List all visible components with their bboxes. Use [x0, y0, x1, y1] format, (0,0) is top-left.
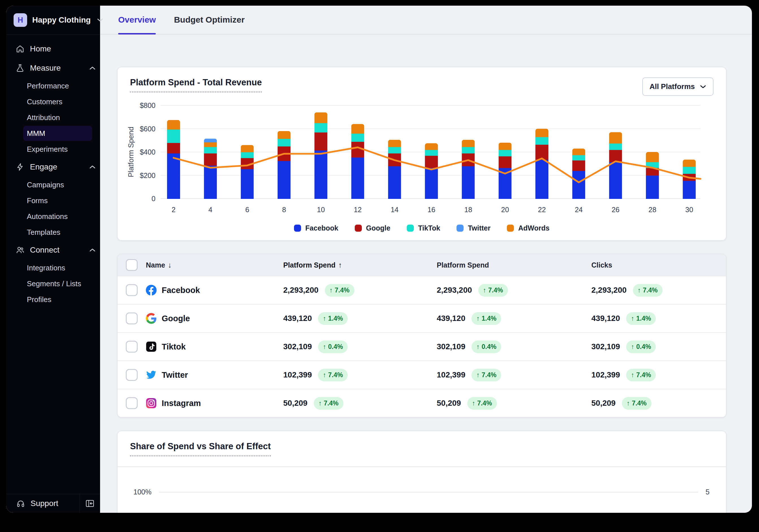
bar-28[interactable]	[646, 152, 659, 199]
bar-8[interactable]	[278, 131, 291, 199]
delta-badge: ↑0.4%	[471, 340, 501, 353]
right-axis-tick: 5	[705, 488, 709, 496]
row-checkbox[interactable]	[126, 284, 138, 296]
sidebar: H Happy Clothing HomeMeasurePerformanceC…	[6, 6, 100, 513]
bottom-chart-axis: 100% 5	[118, 467, 726, 496]
bar-24[interactable]	[572, 149, 585, 199]
platform-name: Google	[162, 314, 190, 323]
sidebar-subitem-experiments[interactable]: Experiments	[23, 141, 92, 157]
segment-adwords	[314, 112, 327, 123]
column-header-platform-spend[interactable]: Platform Spend↑	[283, 261, 437, 270]
row-checkbox[interactable]	[126, 397, 138, 409]
row-checkbox[interactable]	[126, 341, 138, 353]
platform-name-cell: Facebook	[146, 285, 283, 295]
metric-value: 302,109	[437, 342, 465, 351]
delta-value: 1.4%	[636, 315, 651, 323]
bar-6[interactable]	[241, 145, 254, 199]
bar-18[interactable]	[461, 140, 475, 199]
column-header-name[interactable]: Name↓	[146, 261, 283, 270]
sidebar-subitem-integrations[interactable]: Integrations	[23, 260, 92, 276]
chevron-down-icon	[97, 18, 103, 22]
metric-value: 102,399	[591, 370, 620, 379]
segment-tiktok	[609, 143, 622, 150]
tab-overview[interactable]: Overview	[118, 6, 156, 34]
arrow-up-icon: ↑	[472, 399, 475, 407]
x-tick-label: 2	[172, 206, 176, 213]
legend-label: Twitter	[468, 224, 491, 232]
bar-10[interactable]	[314, 112, 327, 199]
segment-adwords	[241, 145, 254, 152]
delta-value: 7.4%	[335, 286, 349, 294]
legend-item-google[interactable]: Google	[355, 224, 390, 232]
segment-tiktok	[499, 150, 512, 157]
bar-14[interactable]	[388, 140, 401, 199]
bar-22[interactable]	[536, 129, 548, 199]
legend-item-facebook[interactable]: Facebook	[294, 224, 339, 232]
sidebar-subitem-label: Experiments	[27, 145, 68, 154]
sidebar-subitem-forms[interactable]: Forms	[23, 193, 92, 208]
sidebar-subitem-segments-lists[interactable]: Segments / Lists	[23, 276, 92, 291]
sidebar-item-support[interactable]: Support	[6, 494, 79, 513]
segment-tiktok	[572, 155, 585, 161]
row-checkbox[interactable]	[126, 369, 138, 381]
segment-adwords	[204, 142, 217, 147]
sidebar-subitem-attribution[interactable]: Attribution	[23, 110, 92, 125]
sidebar-subitem-customers[interactable]: Customers	[23, 94, 92, 109]
table-row-facebook: Facebook2,293,200↑7.4%2,293,200↑7.4%2,29…	[118, 276, 726, 304]
bar-16[interactable]	[425, 143, 438, 199]
sidebar-subitem-profiles[interactable]: Profiles	[23, 292, 92, 307]
segment-facebook	[241, 169, 254, 199]
main-area: OverviewBudget Optimizer Platform Spend …	[100, 6, 752, 513]
metric-value: 302,109	[591, 342, 620, 351]
sidebar-item-measure[interactable]: Measure	[6, 58, 100, 78]
legend-item-twitter[interactable]: Twitter	[457, 224, 491, 232]
table-body: Facebook2,293,200↑7.4%2,293,200↑7.4%2,29…	[118, 276, 726, 417]
bar-12[interactable]	[351, 124, 364, 199]
segment-tiktok	[204, 147, 217, 153]
platform-name: Instagram	[162, 399, 201, 408]
row-checkbox[interactable]	[126, 313, 138, 324]
bar-4[interactable]	[204, 139, 217, 199]
sidebar-item-connect[interactable]: Connect	[6, 241, 100, 260]
metric-value: 102,399	[283, 370, 312, 379]
platform-name-cell: Instagram	[146, 398, 283, 408]
sidebar-subitem-mmm[interactable]: MMM	[23, 126, 92, 141]
x-tick-label: 20	[501, 206, 509, 213]
segment-adwords	[461, 140, 475, 147]
google-icon	[146, 313, 157, 324]
y-tick-label: 0	[151, 195, 155, 203]
legend-item-adwords[interactable]: AdWords	[507, 224, 549, 232]
delta-badge: ↑7.4%	[633, 284, 662, 297]
column-header-platform-spend[interactable]: Platform Spend	[437, 261, 591, 269]
sidebar-item-home[interactable]: Home	[6, 39, 100, 58]
arrow-up-icon: ↑	[627, 399, 630, 407]
column-header-clicks[interactable]: Clicks	[591, 261, 726, 269]
bar-30[interactable]	[683, 160, 696, 199]
spend-revenue-chart: $800$600$400$2000Platform Spend246810121…	[118, 97, 726, 221]
sidebar-subitem-templates[interactable]: Templates	[23, 225, 92, 240]
delta-value: 0.4%	[482, 343, 497, 351]
select-all-checkbox[interactable]	[126, 259, 138, 271]
platform-filter-dropdown[interactable]: All Platforms	[642, 77, 713, 96]
metric-cell: 50,209↑7.4%	[437, 397, 591, 410]
legend-item-tiktok[interactable]: TikTok	[407, 224, 440, 232]
x-tick-label: 18	[464, 206, 472, 213]
arrow-up-icon: ↑	[631, 343, 634, 351]
sidebar-item-engage[interactable]: Engage	[6, 157, 100, 176]
delta-value: 7.4%	[328, 371, 343, 379]
segment-facebook	[461, 166, 475, 199]
segment-adwords	[499, 143, 512, 150]
workspace-switcher[interactable]: H Happy Clothing	[6, 6, 100, 35]
chart-card-title: Platform Spend - Total Revenue	[130, 77, 262, 93]
sidebar-subitem-performance[interactable]: Performance	[23, 78, 92, 94]
sidebar-subitem-automations[interactable]: Automations	[23, 209, 92, 224]
legend-swatch	[457, 225, 463, 232]
sidebar-subitem-campaigns[interactable]: Campaigns	[23, 177, 92, 192]
delta-badge: ↑0.4%	[626, 340, 656, 353]
tab-budget-optimizer[interactable]: Budget Optimizer	[174, 6, 245, 34]
delta-value: 7.4%	[643, 286, 658, 294]
bar-26[interactable]	[609, 132, 622, 199]
segment-facebook	[536, 160, 548, 199]
collapse-sidebar-button[interactable]	[79, 494, 100, 513]
delta-value: 1.4%	[328, 315, 343, 323]
